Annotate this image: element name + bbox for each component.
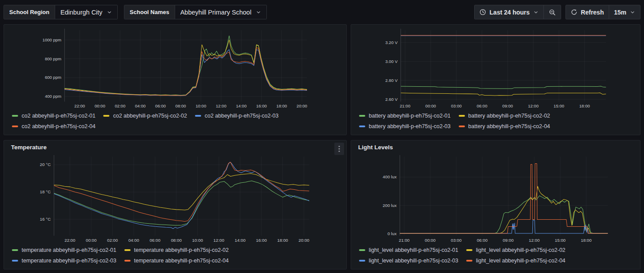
svg-text:18:00: 18:00 (277, 238, 288, 243)
svg-text:2.80 V: 2.80 V (386, 78, 398, 83)
light-levels-chart[interactable]: 21:0000:0003:0006:0009:0012:0015:0018:00… (351, 154, 640, 244)
legend-swatch (103, 115, 109, 117)
svg-text:08:00: 08:00 (171, 238, 182, 243)
time-range-button[interactable]: Last 24 hours (475, 5, 543, 19)
legend-item[interactable]: battery abbeyhill-p-eh75sj-co2-01 (359, 111, 451, 121)
legend-label: battery abbeyhill-p-eh75sj-co2-03 (369, 123, 451, 129)
legend-label: light_level abbeyhill-p-eh75sj-co2-04 (476, 258, 565, 264)
svg-text:400 lux: 400 lux (383, 174, 397, 179)
svg-text:2.60 V: 2.60 V (386, 97, 398, 102)
legend-label: light_level abbeyhill-p-eh75sj-co2-03 (369, 258, 458, 264)
series-line-battery (401, 86, 606, 89)
chevron-down-icon (533, 10, 539, 15)
svg-text:16:00: 16:00 (256, 238, 267, 243)
svg-text:04:00: 04:00 (135, 103, 146, 108)
school-region-dropdown[interactable]: Edinburgh City (55, 5, 117, 19)
zoom-out-button[interactable] (543, 5, 561, 19)
legend-swatch (459, 125, 465, 127)
legend-item[interactable]: co2 abbeyhill-p-eh75sj-co2-03 (195, 111, 278, 121)
legend-swatch (124, 249, 131, 251)
svg-text:04:00: 04:00 (128, 238, 139, 243)
svg-text:18 °C: 18 °C (40, 189, 51, 194)
legend-item[interactable]: temperature abbeyhill-p-eh75sj-co2-03 (12, 256, 116, 266)
legend-label: co2 abbeyhill-p-eh75sj-co2-03 (205, 113, 278, 119)
co2-chart[interactable]: 22:0000:0002:0004:0006:0008:0010:0012:00… (4, 27, 346, 110)
battery-legend: battery abbeyhill-p-eh75sj-co2-01battery… (351, 110, 640, 135)
panel-title[interactable]: Light Levels (358, 144, 393, 151)
svg-text:12:00: 12:00 (529, 238, 540, 243)
variable-label: School Names (124, 5, 175, 19)
variable-school-region: School Region Edinburgh City (4, 5, 118, 19)
svg-text:1000 ppm: 1000 ppm (42, 37, 61, 42)
legend-swatch (466, 249, 472, 251)
legend-item[interactable]: battery abbeyhill-p-eh75sj-co2-04 (459, 122, 550, 131)
magnifier-minus-icon (549, 9, 556, 16)
legend-item[interactable]: light_level abbeyhill-p-eh75sj-co2-03 (359, 256, 458, 266)
dashboard-grid: 22:0000:0002:0004:0006:0008:0010:0012:00… (4, 24, 640, 269)
refresh-interval-dropdown[interactable]: 15m (609, 5, 640, 19)
legend-item[interactable]: light_level abbeyhill-p-eh75sj-co2-04 (466, 256, 565, 266)
panel-title[interactable]: Temperature (11, 144, 47, 151)
svg-text:06:00: 06:00 (477, 103, 487, 108)
svg-text:400 ppm: 400 ppm (45, 94, 61, 99)
legend-item[interactable]: temperature abbeyhill-p-eh75sj-co2-01 (12, 245, 116, 255)
refresh-icon (571, 9, 577, 15)
svg-text:20:00: 20:00 (299, 238, 310, 243)
svg-text:21:00: 21:00 (399, 238, 410, 243)
svg-text:02:00: 02:00 (107, 238, 118, 243)
kebab-menu-icon (338, 145, 340, 152)
series-line-light_levels (400, 196, 608, 233)
variable-label: School Region (4, 5, 55, 19)
legend-swatch (359, 115, 365, 117)
svg-text:03:00: 03:00 (451, 238, 462, 243)
legend-swatch (195, 115, 201, 117)
legend-item[interactable]: battery abbeyhill-p-eh75sj-co2-03 (359, 122, 451, 131)
svg-text:09:00: 09:00 (502, 103, 513, 108)
refresh-button[interactable]: Refresh (566, 5, 609, 19)
light-levels-legend: light_level abbeyhill-p-eh75sj-co2-01lig… (351, 244, 640, 269)
legend-item[interactable]: battery abbeyhill-p-eh75sj-co2-02 (459, 111, 550, 121)
svg-text:00:00: 00:00 (94, 103, 105, 108)
legend-swatch (124, 260, 131, 262)
legend-item[interactable]: temperature abbeyhill-p-eh75sj-co2-02 (124, 245, 229, 255)
svg-text:14:00: 14:00 (235, 238, 246, 243)
svg-text:20:00: 20:00 (296, 103, 307, 108)
series-line-temperature (54, 162, 309, 229)
legend-label: light_level abbeyhill-p-eh75sj-co2-02 (476, 247, 565, 253)
panel-header: Light Levels (351, 140, 640, 154)
svg-text:06:00: 06:00 (150, 238, 161, 243)
svg-text:03:00: 03:00 (451, 103, 462, 108)
series-line-battery (401, 93, 606, 96)
svg-text:10:00: 10:00 (192, 238, 203, 243)
legend-label: light_level abbeyhill-p-eh75sj-co2-01 (369, 247, 458, 253)
svg-text:0 lux: 0 lux (387, 231, 397, 236)
panel-menu-button[interactable] (334, 143, 344, 155)
temperature-chart[interactable]: 22:0000:0002:0004:0006:0008:0010:0012:00… (4, 154, 346, 244)
series-line-light_levels (400, 164, 608, 233)
legend-swatch (359, 260, 365, 262)
svg-text:06:00: 06:00 (477, 238, 488, 243)
legend-label: co2 abbeyhill-p-eh75sj-co2-04 (22, 123, 95, 129)
legend-item[interactable]: light_level abbeyhill-p-eh75sj-co2-01 (359, 245, 458, 255)
panel-temperature: Temperature 22:0000:0002:0004:0006:0008:… (4, 140, 347, 269)
legend-swatch (12, 249, 18, 251)
battery-chart[interactable]: 21:0000:0003:0006:0009:0012:0015:0018:00… (351, 27, 640, 110)
legend-item[interactable]: co2 abbeyhill-p-eh75sj-co2-02 (103, 111, 187, 121)
legend-item[interactable]: temperature abbeyhill-p-eh75sj-co2-04 (124, 256, 229, 266)
legend-label: battery abbeyhill-p-eh75sj-co2-01 (369, 113, 451, 119)
co2-legend: co2 abbeyhill-p-eh75sj-co2-01co2 abbeyhi… (4, 110, 346, 135)
legend-swatch (359, 125, 365, 127)
chevron-down-icon (256, 10, 261, 15)
series-line-light_levels (400, 186, 608, 233)
panel-header: Temperature (4, 140, 346, 154)
time-range-label: Last 24 hours (490, 9, 530, 16)
refresh-label: Refresh (581, 9, 604, 16)
legend-item[interactable]: light_level abbeyhill-p-eh75sj-co2-02 (466, 245, 565, 255)
series-line-co2 (64, 50, 307, 96)
series-line-temperature (54, 181, 309, 225)
school-names-dropdown[interactable]: Abbeyhill Primary School (175, 5, 266, 19)
panel-light-levels: Light Levels 21:0000:0003:0006:0009:0012… (351, 140, 640, 269)
legend-item[interactable]: co2 abbeyhill-p-eh75sj-co2-04 (12, 122, 95, 131)
variable-value: Abbeyhill Primary School (180, 9, 251, 16)
legend-item[interactable]: co2 abbeyhill-p-eh75sj-co2-01 (12, 111, 95, 121)
